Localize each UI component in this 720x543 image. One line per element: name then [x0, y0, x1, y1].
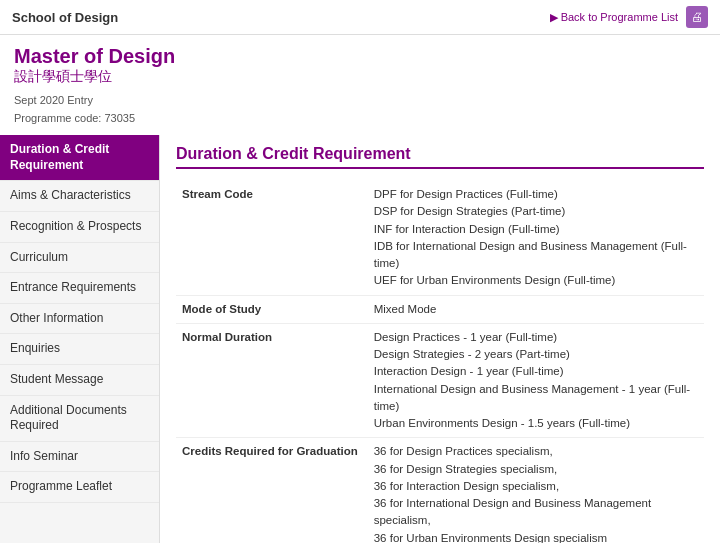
- programme-meta: Sept 2020 Entry Programme code: 73035: [14, 92, 706, 127]
- value-text: Urban Environments Design - 1.5 years (F…: [374, 417, 630, 429]
- print-icon[interactable]: 🖨: [686, 6, 708, 28]
- value-text: International Design and Business Manage…: [374, 383, 690, 412]
- sidebar-item[interactable]: Duration & Credit Requirement: [0, 135, 159, 181]
- value-text: UEF for Urban Environments Design (Full-…: [374, 274, 616, 286]
- info-table: Stream CodeDPF for Design Practices (Ful…: [176, 181, 704, 543]
- row-label: Normal Duration: [176, 323, 368, 438]
- value-text: 36 for Design Practices specialism,: [374, 445, 553, 457]
- sidebar-item[interactable]: Other Information: [0, 304, 159, 335]
- value-text: Design Practices - 1 year (Full-time): [374, 331, 557, 343]
- sidebar-item[interactable]: Aims & Characteristics: [0, 181, 159, 212]
- school-title: School of Design: [12, 10, 118, 25]
- sidebar-item[interactable]: Student Message: [0, 365, 159, 396]
- sidebar-item[interactable]: Programme Leaflet: [0, 472, 159, 503]
- programme-title: Master of Design: [14, 45, 706, 68]
- header-actions: Back to Programme List 🖨: [550, 6, 708, 28]
- value-text: DSP for Design Strategies (Part-time): [374, 205, 566, 217]
- programme-code: Programme code: 73035: [14, 112, 135, 124]
- table-row: Normal DurationDesign Practices - 1 year…: [176, 323, 704, 438]
- sidebar-item[interactable]: Entrance Requirements: [0, 273, 159, 304]
- table-row: Mode of StudyMixed Mode: [176, 295, 704, 323]
- main-content: Duration & Credit Requirement Stream Cod…: [160, 135, 720, 543]
- value-text: 36 for Urban Environments Design special…: [374, 532, 607, 543]
- main-layout: Duration & Credit RequirementAims & Char…: [0, 135, 720, 543]
- row-label: Credits Required for Graduation: [176, 438, 368, 543]
- value-text: 36 for Design Strategies specialism,: [374, 463, 557, 475]
- back-to-list-link[interactable]: Back to Programme List: [550, 11, 678, 24]
- sidebar: Duration & Credit RequirementAims & Char…: [0, 135, 160, 543]
- sidebar-item[interactable]: Additional Documents Required: [0, 396, 159, 442]
- value-text: Design Strategies - 2 years (Part-time): [374, 348, 570, 360]
- sidebar-item[interactable]: Info Seminar: [0, 442, 159, 473]
- row-value: Mixed Mode: [368, 295, 704, 323]
- row-label: Stream Code: [176, 181, 368, 295]
- entry-label: Sept 2020 Entry: [14, 94, 93, 106]
- value-text: 36 for Interaction Design specialism,: [374, 480, 559, 492]
- programme-header: Master of Design 設計學碩士學位 Sept 2020 Entry…: [0, 35, 720, 135]
- page-header: School of Design Back to Programme List …: [0, 0, 720, 35]
- value-text: DPF for Design Practices (Full-time): [374, 188, 558, 200]
- row-value: Design Practices - 1 year (Full-time)Des…: [368, 323, 704, 438]
- value-text: IDB for International Design and Busines…: [374, 240, 687, 269]
- row-label: Mode of Study: [176, 295, 368, 323]
- value-text: INF for Interaction Design (Full-time): [374, 223, 560, 235]
- value-text: Mixed Mode: [374, 303, 437, 315]
- table-row: Credits Required for Graduation36 for De…: [176, 438, 704, 543]
- sidebar-item[interactable]: Curriculum: [0, 243, 159, 274]
- value-text: Interaction Design - 1 year (Full-time): [374, 365, 564, 377]
- row-value: 36 for Design Practices specialism,36 fo…: [368, 438, 704, 543]
- programme-title-zh: 設計學碩士學位: [14, 68, 706, 86]
- table-row: Stream CodeDPF for Design Practices (Ful…: [176, 181, 704, 295]
- value-text: 36 for International Design and Business…: [374, 497, 651, 526]
- sidebar-item[interactable]: Recognition & Prospects: [0, 212, 159, 243]
- row-value: DPF for Design Practices (Full-time)DSP …: [368, 181, 704, 295]
- section-title: Duration & Credit Requirement: [176, 145, 704, 169]
- sidebar-item[interactable]: Enquiries: [0, 334, 159, 365]
